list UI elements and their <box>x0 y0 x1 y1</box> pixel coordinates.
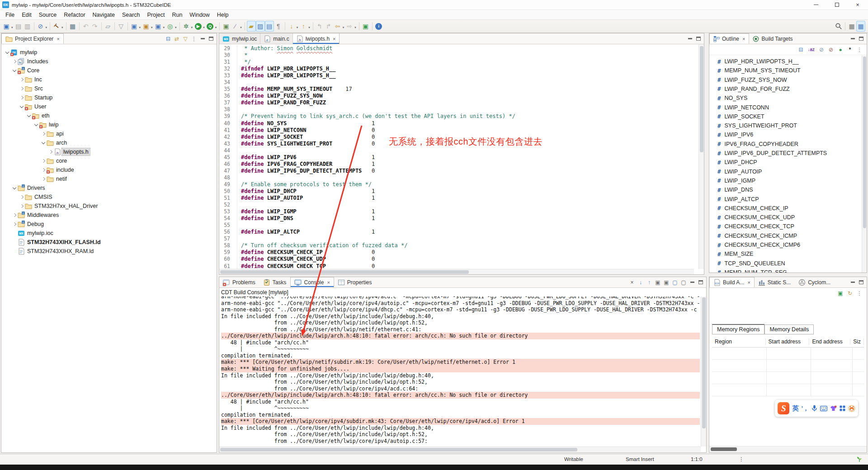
dropdown-caret-icon[interactable]: ▾ <box>46 26 47 29</box>
status-plant-icon[interactable] <box>856 456 863 462</box>
code-line-54[interactable]: 54#define LWIP_DNS 1 <box>219 215 693 222</box>
word-wrap-icon[interactable]: ▣ <box>655 279 660 286</box>
soft-keyboard-icon[interactable] <box>820 406 827 411</box>
menu-navigate[interactable]: Navigate <box>89 10 118 19</box>
analyzer-tab-static-s-[interactable]: Static S... <box>755 277 795 287</box>
dropdown-caret-icon[interactable]: ▾ <box>240 26 242 29</box>
expander-icon[interactable] <box>20 204 24 208</box>
outline-item-lwip_altcp[interactable]: #LWIP_ALTCP <box>709 195 867 204</box>
dropdown-caret-icon[interactable]: ▾ <box>215 26 217 29</box>
tab-project-explorer[interactable]: Project Explorer × <box>1 33 64 44</box>
new-c-project-button[interactable]: ▣ <box>130 21 139 32</box>
tree-item-stm32h743xihx-ram-ld[interactable]: STM32H743XIHX_RAM.ld <box>1 247 217 256</box>
minimize-view-icon[interactable] <box>687 38 693 39</box>
close-tab-icon[interactable]: × <box>333 36 335 42</box>
code-line-47[interactable]: 47#define LWIP_IPV6_DUP_DETECT_ATTEMPTS … <box>219 168 693 174</box>
dropdown-caret-icon[interactable]: ▾ <box>11 26 13 29</box>
expander-icon[interactable] <box>20 87 24 90</box>
expander-icon[interactable] <box>42 141 45 144</box>
outline-item-lwip_socket[interactable]: #LWIP_SOCKET <box>709 112 867 121</box>
menu-source[interactable]: Source <box>35 10 61 19</box>
expander-icon[interactable] <box>42 177 45 181</box>
tree-item-stm32h743xihx-flash-ld[interactable]: STM32H743XIHX_FLASH.ld <box>1 238 217 247</box>
external-tools-button[interactable]: ◎ <box>165 21 175 32</box>
code-line-41[interactable]: 41#define LWIP_NETCONN 0 <box>219 127 693 134</box>
tree-item-api[interactable]: api <box>1 129 217 138</box>
export-icon[interactable]: ▣ <box>838 290 843 296</box>
collapse-all-icon[interactable]: ⊟ <box>165 36 171 42</box>
outline-item-lwip_autoip[interactable]: #LWIP_AUTOIP <box>709 167 867 176</box>
dropdown-caret-icon[interactable]: ▾ <box>354 26 356 29</box>
tree-item-debug[interactable]: cDebug <box>1 220 217 229</box>
code-line-32[interactable]: 32#ifndef LWIP_HDR_LWIPOPTS_H__ <box>219 66 693 72</box>
refresh-icon[interactable]: ↻ <box>847 290 853 296</box>
code-line-49[interactable]: 49/* Enable some protocols to test them … <box>219 181 693 188</box>
tree-item-include[interactable]: include <box>1 165 217 174</box>
expander-icon[interactable] <box>13 186 16 189</box>
code-line-44[interactable]: 44 <box>219 147 693 154</box>
outline-item-checksum_check_ip[interactable]: #CHECKSUM_CHECK_IP <box>709 204 867 213</box>
maximize-view-icon[interactable] <box>859 37 864 41</box>
expander-icon[interactable] <box>27 113 31 117</box>
dropdown-caret-icon[interactable]: ▾ <box>163 26 165 29</box>
menu-window[interactable]: Window <box>186 10 213 19</box>
status-menu-icon[interactable]: ⋮ <box>739 456 744 462</box>
minimize-view-icon[interactable] <box>689 282 695 283</box>
code-line-60[interactable]: 60#define CHECKSUM_CHECK_UDP 0 <box>219 256 693 263</box>
outline-item-no_sys[interactable]: #NO_SYS <box>709 94 867 103</box>
ime-language-toggle[interactable]: 英 <box>792 404 798 413</box>
last-edit-location-button[interactable]: ↰ <box>315 21 324 32</box>
code-line-56[interactable]: 56#define LWIP_ALTCP 1 <box>219 229 693 235</box>
show-whitespace-button[interactable]: ¶ <box>274 21 283 32</box>
new-wizard-button[interactable]: ▣ <box>2 21 11 32</box>
expander-icon[interactable] <box>34 122 38 126</box>
tree-item-mylwip[interactable]: IDEmylwip <box>1 48 217 57</box>
code-line-46[interactable]: 46#define IPV6_FRAG_COPYHEADER 1 <box>219 161 693 168</box>
expander-icon[interactable] <box>20 104 24 108</box>
outline-item-memp_num_sys_timeout[interactable]: #MEMP_NUM_SYS_TIMEOUT <box>709 66 867 75</box>
skin-icon[interactable] <box>830 405 837 411</box>
expander-icon[interactable] <box>5 50 9 54</box>
code-line-31[interactable]: 31 */ <box>219 59 693 66</box>
editor-vscrollbar[interactable] <box>698 44 704 269</box>
filter-icon[interactable]: ▽ <box>183 36 188 42</box>
outline-item-lwip_dhcp[interactable]: #LWIP_DHCP <box>709 158 867 167</box>
minimize-view-icon[interactable] <box>850 38 855 39</box>
new-cpp-launch-button[interactable]: ▣ <box>142 21 151 32</box>
outline-item-lwip_igmp[interactable]: #LWIP_IGMP <box>709 176 867 185</box>
editor-tab-mylwip-ioc[interactable]: MXmylwip.ioc <box>219 33 260 44</box>
tree-item-includes[interactable]: hIncludes <box>1 57 217 66</box>
expander-icon[interactable] <box>20 78 24 81</box>
tree-item-lwip[interactable]: lwip <box>1 120 217 129</box>
tree-item-cmsis[interactable]: CMSIS <box>1 193 217 202</box>
expander-icon[interactable] <box>13 68 16 72</box>
forward-button[interactable]: ⇨ <box>345 21 354 32</box>
outline-item-lwip_rand_for_fuzz[interactable]: #LWIP_RAND_FOR_FUZZ <box>709 85 867 94</box>
console-vscrollbar[interactable] <box>701 296 706 446</box>
column-header-siz[interactable]: Siz <box>850 338 864 345</box>
save-all-button[interactable]: ▥ <box>23 21 32 32</box>
pin-editor-button[interactable]: ▱ <box>104 21 113 32</box>
outline-item-lwip_netconn[interactable]: #LWIP_NETCONN <box>709 103 867 112</box>
next-annotation-button[interactable]: ↓ <box>287 21 296 32</box>
code-line-29[interactable]: 29 * Author: Simon Goldschmidt <box>219 45 693 52</box>
tree-item-startup[interactable]: Startup <box>1 93 217 102</box>
tree-item-src[interactable]: Src <box>1 84 217 93</box>
search-icon[interactable] <box>834 21 843 32</box>
open-console-icon[interactable]: ▢ <box>681 279 686 286</box>
tree-item-arch[interactable]: arch <box>1 138 217 147</box>
outline-item-checksum_check_icmp[interactable]: #CHECKSUM_CHECK_ICMP <box>709 231 867 240</box>
close-tab-icon[interactable]: × <box>327 280 330 285</box>
import-package-button[interactable]: ▣ <box>222 21 231 32</box>
close-tab-icon[interactable]: × <box>747 280 750 285</box>
column-header-end-address[interactable]: End address <box>809 338 850 345</box>
code-line-37[interactable]: 37#define LWIP_RAND_FOR_FUZZ <box>219 99 693 106</box>
code-line-53[interactable]: 53#define LWIP_IGMP 1 <box>219 208 693 215</box>
tree-item-eth[interactable]: eth <box>1 111 217 120</box>
maximize-view-icon[interactable] <box>208 37 214 41</box>
code-line-39[interactable]: 39/* Prevent having to link sys_arch.c (… <box>219 113 693 120</box>
show-block-structure-button[interactable]: ▤ <box>265 21 274 32</box>
outline-tab-build-targets[interactable]: Build Targets <box>749 33 797 44</box>
expander-icon[interactable] <box>13 222 16 226</box>
debug-button[interactable]: ✲ <box>182 21 191 32</box>
